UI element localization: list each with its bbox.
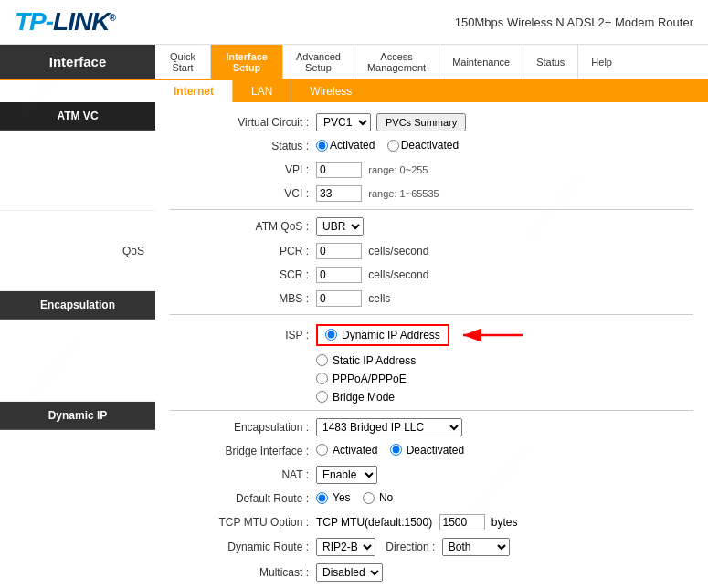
bridge-deactivated-label[interactable]: Deactivated (390, 444, 464, 457)
bridge-interface-options: Activated Deactivated (316, 444, 464, 459)
dynamic-ip-content: Encapsulation : 1483 Bridged IP LLC Brid… (170, 415, 693, 589)
nav-item-quick-start[interactable]: QuickStart (155, 45, 211, 79)
tcp-mtu-input[interactable] (439, 514, 485, 530)
isp-row: ISP : Dynamic IP Address (170, 319, 693, 352)
mbs-row: MBS : cells (170, 287, 693, 310)
tcp-mtu-row: TCP MTU Option : TCP MTU(default:1500) b… (170, 510, 693, 534)
tcp-mtu-label: TCP MTU Option : (170, 516, 316, 529)
status-activated-text: Activated (330, 139, 375, 152)
encapsulation-content: ISP : Dynamic IP Address (170, 319, 693, 406)
direction-label: Direction : (386, 541, 435, 553)
pvcs-summary-button[interactable]: PVCs Summary (376, 113, 466, 131)
sub-nav: Internet LAN Wireless (155, 80, 708, 102)
default-route-yes-text: Yes (333, 491, 351, 504)
nav-item-status[interactable]: Status (523, 45, 578, 79)
static-ip-label[interactable]: Static IP Address (316, 354, 416, 367)
arrow-container (459, 326, 532, 344)
pcr-label: PCR : (170, 245, 316, 257)
logo-tp: TP- (15, 7, 53, 36)
dynamic-route-label: Dynamic Route : (170, 541, 316, 553)
dynamic-route-select[interactable]: RIP2-B RIP1 None (316, 538, 375, 556)
default-route-no-text: No (379, 491, 393, 504)
vpi-range: range: 0~255 (368, 164, 428, 175)
vci-row: VCI : range: 1~65535 (170, 182, 693, 205)
status-options: Activated Deactivated (316, 139, 459, 154)
nav-item-maintenance[interactable]: Maintenance (439, 45, 523, 79)
bridge-activated-radio[interactable] (316, 444, 328, 456)
direction-select[interactable]: Both In Only Out Only (442, 538, 510, 556)
bridge-mode-label[interactable]: Bridge Mode (316, 391, 395, 404)
vci-label: VCI : (170, 187, 316, 200)
sub-nav-internet[interactable]: Internet (155, 80, 232, 102)
tcp-mtu-unit: bytes (491, 516, 518, 529)
virtual-circuit-value-group: PVC1 PVCs Summary (316, 113, 466, 131)
status-activated-radio[interactable] (316, 140, 328, 152)
multicast-select[interactable]: Disabled Enabled (316, 563, 383, 582)
pppoa-text: PPPoA/PPPoE (333, 373, 407, 385)
static-ip-radio[interactable] (316, 354, 328, 366)
pppoa-radio[interactable] (316, 373, 328, 384)
isp-label: ISP : (170, 329, 316, 341)
encapsulation-select[interactable]: 1483 Bridged IP LLC (316, 418, 462, 436)
pcr-unit: cells/second (368, 245, 428, 257)
bridge-activated-label[interactable]: Activated (316, 444, 377, 457)
scr-row: SCR : cells/second (170, 263, 693, 287)
logo: TP-LINK® (15, 7, 115, 37)
dynamic-ip-radio[interactable] (325, 329, 337, 341)
scr-input[interactable] (316, 267, 362, 283)
multicast-label: Multicast : (170, 566, 316, 579)
bridge-activated-text: Activated (333, 444, 377, 457)
virtual-circuit-row: Virtual Circuit : PVC1 PVCs Summary (170, 110, 693, 135)
default-route-no-label[interactable]: No (363, 491, 393, 504)
isp-options-container: Dynamic IP Address (316, 324, 532, 346)
sub-nav-lan[interactable]: LAN (232, 80, 291, 102)
tcp-mtu-value-group: TCP MTU(default:1500) bytes (316, 514, 518, 530)
vpi-input[interactable] (316, 162, 362, 178)
nav-item-access-management[interactable]: AccessManagement (354, 45, 439, 79)
dynamic-route-row: Dynamic Route : RIP2-B RIP1 None Directi… (170, 534, 693, 560)
dynamic-ip-box: Dynamic IP Address (316, 324, 449, 346)
mbs-unit: cells (368, 292, 390, 305)
vci-input[interactable] (316, 185, 362, 202)
mbs-input[interactable] (316, 290, 362, 307)
atm-qos-label: ATM QoS : (170, 220, 316, 233)
logo-link: LINK (53, 7, 109, 36)
dynamic-ip-header: Dynamic IP (0, 402, 155, 430)
brand-tab: Interface (0, 45, 155, 79)
atm-vc-content: Virtual Circuit : PVC1 PVCs Summary Stat… (170, 110, 693, 205)
atm-qos-select[interactable]: UBR (316, 217, 364, 236)
virtual-circuit-select[interactable]: PVC1 (316, 113, 371, 131)
nat-select[interactable]: Enable Disable (316, 466, 377, 484)
dynamic-route-group: RIP2-B RIP1 None Direction : Both In Onl… (316, 538, 510, 556)
status-activated-label[interactable]: Activated (316, 139, 375, 152)
default-route-yes-label[interactable]: Yes (316, 491, 351, 504)
divider-3 (170, 410, 693, 411)
dynamic-ip-label[interactable]: Dynamic IP Address (325, 329, 440, 341)
nav-item-help[interactable]: Help (578, 45, 625, 79)
nav-item-interface-setup[interactable]: InterfaceSetup (211, 45, 283, 79)
bridge-interface-row: Bridge Interface : Activated Deactivated (170, 440, 693, 463)
bridge-deactivated-radio[interactable] (390, 444, 402, 456)
status-deactivated-label[interactable]: Deactivated (387, 139, 459, 152)
default-route-row: Default Route : Yes No (170, 488, 693, 510)
static-ip-text: Static IP Address (333, 354, 416, 367)
sub-nav-wireless[interactable]: Wireless (291, 80, 370, 102)
page-body: ATM VC QoS Encapsulation Dynamic IP Virt… (0, 102, 708, 588)
tcp-mtu-text: TCP MTU(default:1500) (316, 516, 432, 529)
bridge-deactivated-text: Deactivated (407, 444, 464, 457)
mac-spoofing-row: MAC Spoofing : Enabled Disabled (170, 585, 693, 589)
header: TP-LINK® 150Mbps Wireless N ADSL2+ Modem… (0, 0, 708, 45)
status-deactivated-radio[interactable] (387, 140, 399, 152)
scr-unit: cells/second (368, 268, 428, 281)
default-route-yes-radio[interactable] (316, 492, 328, 504)
virtual-circuit-label: Virtual Circuit : (170, 116, 316, 129)
pppoa-label[interactable]: PPPoA/PPPoE (316, 373, 407, 385)
nat-label: NAT : (170, 468, 316, 481)
default-route-no-radio[interactable] (363, 492, 375, 504)
bridge-mode-radio[interactable] (316, 391, 328, 403)
status-deactivated-text: Deactivated (401, 139, 459, 152)
pcr-input[interactable] (316, 243, 362, 259)
nav-item-advanced-setup[interactable]: AdvancedSetup (283, 45, 354, 79)
divider-1 (170, 209, 693, 210)
encap-select-row: Encapsulation : 1483 Bridged IP LLC (170, 415, 693, 440)
